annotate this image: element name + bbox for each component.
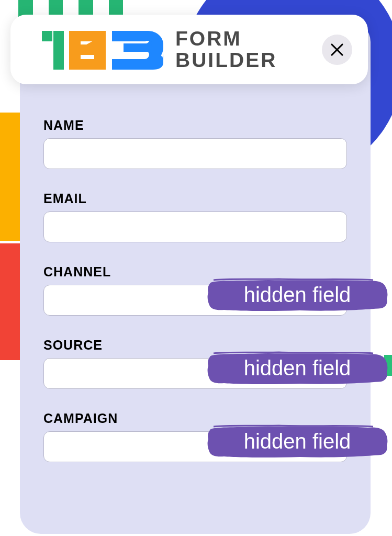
field-source: SOURCE hidden field: [43, 338, 347, 389]
svg-rect-0: [42, 31, 52, 41]
logo-123-icon: [42, 29, 165, 71]
form-panel: NAME EMAIL CHANNEL hidden field SOURCE: [20, 21, 371, 534]
field-email: EMAIL: [43, 191, 347, 242]
hidden-field-badge: hidden field: [206, 276, 389, 314]
form-fields: NAME EMAIL CHANNEL hidden field SOURCE: [43, 118, 347, 484]
close-button[interactable]: [322, 35, 352, 65]
field-channel: CHANNEL hidden field: [43, 264, 347, 316]
hidden-field-badge-text: hidden field: [244, 283, 351, 307]
field-name: NAME: [43, 118, 347, 169]
hidden-field-badge-text: hidden field: [244, 430, 351, 453]
decorative-yellow-bar: [0, 113, 20, 241]
brand-text: FORM BUILDER: [175, 28, 277, 71]
decorative-red-bar: [0, 243, 20, 360]
svg-rect-6: [69, 60, 106, 70]
field-campaign: CAMPAIGN hidden field: [43, 411, 347, 462]
field-label-email: EMAIL: [43, 191, 347, 206]
field-label-name: NAME: [43, 118, 347, 133]
svg-rect-1: [53, 31, 64, 70]
email-input[interactable]: [43, 211, 347, 242]
brand-text-line2: BUILDER: [175, 50, 277, 71]
hidden-field-badge: hidden field: [206, 422, 389, 460]
brand-text-line1: FORM: [175, 28, 277, 50]
name-input[interactable]: [43, 138, 347, 169]
brand-logo: FORM BUILDER: [42, 28, 277, 71]
header-card: FORM BUILDER: [10, 15, 368, 84]
hidden-field-badge-text: hidden field: [244, 356, 351, 380]
hidden-field-badge: hidden field: [206, 349, 389, 387]
close-icon: [329, 42, 345, 58]
